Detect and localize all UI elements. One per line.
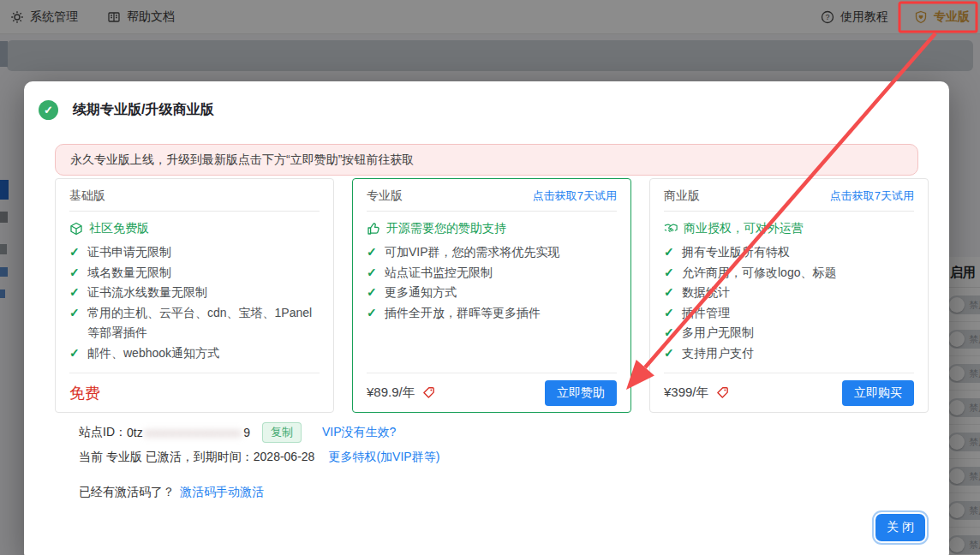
plan-card-professional: 专业版 点击获取7天试用 开源需要您的赞助支持 ✓可加VIP群，您的需求将优先实… — [352, 178, 631, 413]
plan-name: 商业版 — [664, 188, 700, 204]
feature-text: 插件全开放，群晖等更多插件 — [385, 303, 617, 324]
check-icon: ✓ — [69, 263, 87, 283]
plan-price: ¥399/年 — [664, 385, 729, 401]
plan-card-commercial: 商业版 点击获取7天试用 商业授权，可对外运营 ✓拥有专业版所有特权✓允许商用，… — [649, 178, 929, 413]
plan-tagline: 社区免费版 — [69, 221, 320, 236]
feature-text: 常用的主机、云平台、cdn、宝塔、1Panel等部署插件 — [87, 303, 320, 343]
copy-button[interactable]: 复制 — [262, 422, 302, 443]
feature-text: 支持用户支付 — [682, 343, 914, 364]
feature-text: 多用户无限制 — [682, 323, 914, 343]
feature-text: 可加VIP群，您的需求将优先实现 — [385, 242, 617, 263]
feature-text: 插件管理 — [682, 303, 914, 324]
upgrade-dialog: ✓ 续期专业版/升级商业版 永久专业版上线，升级到最新版点击下方“立即赞助”按钮… — [24, 81, 949, 555]
site-id-row: 站点ID： 0tz ●●●●●●●●●●●● 9 复制 VIP没有生效? — [79, 422, 396, 443]
feature-text: 允许商用，可修改logo、标题 — [682, 263, 914, 283]
check-icon: ✓ — [664, 323, 682, 343]
plan-footer: ¥89.9/年 立即赞助 — [367, 373, 617, 412]
site-id-prefix: 0tz — [127, 426, 143, 439]
site-id-label: 站点ID： — [79, 425, 127, 440]
plan-features: ✓拥有专业版所有特权✓允许商用，可修改logo、标题✓数据统计✓插件管理✓多用户… — [664, 242, 914, 363]
check-icon: ✓ — [69, 283, 87, 303]
plan-feature: ✓插件管理 — [664, 303, 914, 324]
site-id-masked: ●●●●●●●●●●●● — [145, 426, 242, 439]
plan-feature: ✓可加VIP群，您的需求将优先实现 — [367, 242, 617, 263]
plan-name: 专业版 — [367, 188, 403, 204]
plan-feature: ✓数据统计 — [664, 283, 914, 303]
plan-tagline: 商业授权，可对外运营 — [664, 221, 914, 236]
activation-row: 已经有激活码了？ 激活码手动激活 — [79, 485, 264, 500]
plan-feature: ✓证书申请无限制 — [69, 242, 320, 263]
price-text: ¥89.9/年 — [367, 385, 415, 401]
vip-not-active-link[interactable]: VIP没有生效? — [322, 425, 396, 440]
plan-feature: ✓证书流水线数量无限制 — [69, 283, 320, 303]
check-icon: ✓ — [367, 242, 385, 263]
plan-price: ¥89.9/年 — [367, 385, 435, 401]
check-icon: ✓ — [664, 303, 682, 324]
thumbs-up-icon — [367, 222, 380, 236]
plan-tagline-text: 社区免费版 — [89, 221, 149, 236]
sponsor-now-button[interactable]: 立即赞助 — [545, 380, 617, 406]
cube-icon — [69, 222, 83, 236]
check-icon: ✓ — [664, 343, 682, 364]
plan-feature: ✓多用户无限制 — [664, 323, 914, 343]
plan-tagline-text: 商业授权，可对外运营 — [684, 221, 804, 236]
plan-feature: ✓插件全开放，群晖等更多插件 — [367, 303, 617, 324]
activation-text: 已经有激活码了？ — [79, 485, 175, 500]
check-icon: ✓ — [367, 263, 385, 283]
check-icon: ✓ — [69, 343, 87, 364]
more-privileges-link[interactable]: 更多特权(加VIP群等) — [328, 450, 439, 465]
feature-text: 更多通知方式 — [385, 283, 617, 303]
plan-feature: ✓域名数量无限制 — [69, 263, 320, 283]
feature-text: 证书流水线数量无限制 — [87, 283, 320, 303]
dialog-header: ✓ 续期专业版/升级商业版 — [39, 100, 213, 120]
plan-feature: ✓更多通知方式 — [367, 283, 617, 303]
feature-text: 数据统计 — [682, 283, 914, 303]
check-icon: ✓ — [367, 283, 385, 303]
close-button[interactable]: 关 闭 — [875, 514, 925, 541]
check-icon: ✓ — [664, 242, 682, 263]
plan-header: 专业版 点击获取7天试用 — [367, 179, 617, 212]
plan-footer: 免费 — [69, 373, 320, 412]
plan-cards: 基础版 社区免费版 ✓证书申请无限制✓域名数量无限制✓证书流水线数量无限制✓常用… — [55, 178, 929, 413]
buy-now-button[interactable]: 立即购买 — [842, 380, 914, 406]
license-status-text: 当前 专业版 已激活，到期时间：2028-06-28 — [79, 450, 314, 465]
promo-alert: 永久专业版上线，升级到最新版点击下方“立即赞助”按钮前往获取 — [55, 144, 918, 176]
plan-tagline: 开源需要您的赞助支持 — [367, 221, 617, 236]
feature-text: 域名数量无限制 — [87, 263, 320, 283]
feature-text: 邮件、webhook通知方式 — [87, 343, 320, 364]
price-text: ¥399/年 — [664, 385, 709, 401]
check-icon: ✓ — [664, 263, 682, 283]
handshake-icon — [664, 222, 678, 236]
trial-link[interactable]: 点击获取7天试用 — [533, 188, 617, 204]
plan-features: ✓证书申请无限制✓域名数量无限制✓证书流水线数量无限制✓常用的主机、云平台、cd… — [69, 242, 320, 363]
plan-tagline-text: 开源需要您的赞助支持 — [386, 221, 506, 236]
plan-price: 免费 — [69, 383, 100, 403]
check-icon: ✓ — [367, 303, 385, 324]
promo-alert-text: 永久专业版上线，升级到最新版点击下方“立即赞助”按钮前往获取 — [70, 152, 414, 168]
plan-feature: ✓支持用户支付 — [664, 343, 914, 364]
check-icon: ✓ — [69, 242, 87, 263]
plan-card-basic: 基础版 社区免费版 ✓证书申请无限制✓域名数量无限制✓证书流水线数量无限制✓常用… — [55, 178, 334, 413]
plan-header: 商业版 点击获取7天试用 — [664, 179, 914, 212]
manual-activation-link[interactable]: 激活码手动激活 — [180, 485, 264, 500]
success-check-icon: ✓ — [39, 100, 58, 120]
feature-text: 拥有专业版所有特权 — [682, 242, 914, 263]
check-icon: ✓ — [664, 283, 682, 303]
tag-icon — [422, 386, 435, 399]
plan-name: 基础版 — [69, 188, 105, 204]
check-icon: ✓ — [69, 303, 87, 343]
plan-feature: ✓站点证书监控无限制 — [367, 263, 617, 283]
plan-feature: ✓邮件、webhook通知方式 — [69, 343, 320, 364]
plan-header: 基础版 — [69, 179, 320, 212]
feature-text: 站点证书监控无限制 — [385, 263, 617, 283]
plan-feature: ✓允许商用，可修改logo、标题 — [664, 263, 914, 283]
plan-footer: ¥399/年 立即购买 — [664, 373, 914, 412]
site-id-suffix: 9 — [243, 426, 250, 439]
trial-link[interactable]: 点击获取7天试用 — [830, 188, 914, 204]
feature-text: 证书申请无限制 — [87, 242, 320, 263]
plan-features: ✓可加VIP群，您的需求将优先实现✓站点证书监控无限制✓更多通知方式✓插件全开放… — [367, 242, 617, 323]
dialog-title: 续期专业版/升级商业版 — [73, 101, 213, 119]
tag-icon — [716, 386, 729, 399]
plan-feature: ✓常用的主机、云平台、cdn、宝塔、1Panel等部署插件 — [69, 303, 320, 343]
plan-feature: ✓拥有专业版所有特权 — [664, 242, 914, 263]
